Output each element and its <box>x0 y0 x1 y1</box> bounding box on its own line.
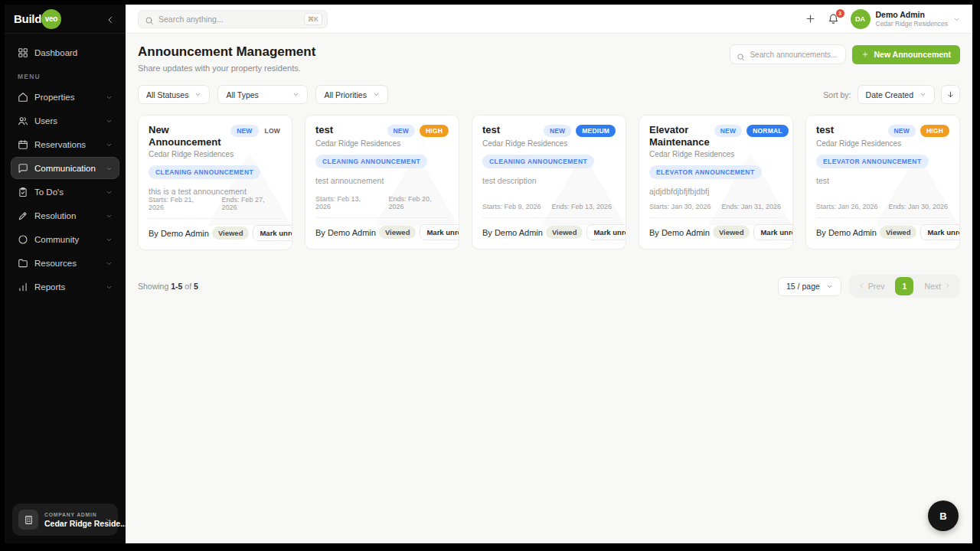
announcement-search[interactable] <box>730 44 846 64</box>
pagination-controls: 15 / page Prev 1 Next <box>778 275 960 298</box>
dashboard-icon <box>18 47 28 58</box>
viewed-badge[interactable]: Viewed <box>379 226 416 239</box>
chevron-down-icon <box>106 259 113 266</box>
viewed-badge[interactable]: Viewed <box>546 226 583 239</box>
next-page-button[interactable]: Next <box>918 282 957 291</box>
sidebar-items: PropertiesUsersReservationsCommunication… <box>11 86 119 298</box>
card-body-text: test <box>816 176 949 185</box>
announcement-search-input[interactable] <box>750 51 839 59</box>
viewed-badge[interactable]: Viewed <box>880 226 917 239</box>
pen-icon <box>18 210 28 221</box>
chevron-right-icon <box>944 282 951 291</box>
card-body-text: test annoucnement <box>315 176 449 185</box>
sidebar-collapse-icon[interactable] <box>106 14 116 24</box>
card-property: Cedar Ridge Residences <box>482 139 616 148</box>
mark-unread-button[interactable]: Mark unread <box>586 224 626 240</box>
mark-unread-button[interactable]: Mark unread <box>420 224 459 240</box>
plus-icon <box>861 51 869 58</box>
sort-controls: Sort by: Date Created <box>823 85 960 104</box>
announcement-card[interactable]: test NEW MEDIUM Cedar Ridge Residences C… <box>472 115 626 249</box>
chevron-down-icon <box>106 283 113 290</box>
status-filter-select[interactable]: All Statuses <box>138 85 210 104</box>
company-name: Cedar Ridge Reside... <box>44 519 99 528</box>
sidebar-item-communication[interactable]: Communication <box>11 157 119 179</box>
sidebar-item-dashboard[interactable]: Dashboard <box>11 41 119 64</box>
card-author: By Demo Admin <box>649 228 710 237</box>
mark-unread-button[interactable]: Mark unread <box>753 224 793 240</box>
announcement-card[interactable]: test NEW HIGH Cedar Ridge Residences ELE… <box>805 115 960 249</box>
status-badge: NEW <box>714 125 742 137</box>
card-author: By Demo Admin <box>149 229 209 238</box>
card-type-tag: ELEVATOR ANNOUNCEMENT <box>816 155 929 168</box>
user-company: Cedar Ridge Residences <box>876 20 949 28</box>
filters: All Statuses All Types All Priorities <box>138 85 388 104</box>
pager: Prev 1 Next <box>849 275 960 298</box>
sidebar-item-community[interactable]: Community <box>11 228 119 250</box>
sidebar-item-reservations[interactable]: Reservations <box>11 133 119 155</box>
chevron-left-icon <box>858 282 865 291</box>
sidebar-item-properties[interactable]: Properties <box>11 86 119 108</box>
chevron-down-icon <box>106 93 113 100</box>
current-page-button[interactable]: 1 <box>895 277 913 295</box>
sidebar-item-resolution[interactable]: Resolution <box>11 204 119 227</box>
sort-direction-button[interactable] <box>941 85 960 104</box>
sidebar-item-reports[interactable]: Reports <box>11 276 119 298</box>
status-badge: NEW <box>544 125 571 137</box>
sidebar-item-to-do-s[interactable]: To Do's <box>11 181 119 203</box>
announcement-card[interactable]: Elevator Maintenance NEW NORMAL Cedar Ri… <box>639 115 793 249</box>
add-button[interactable] <box>805 13 817 25</box>
chevron-down-icon <box>826 283 833 290</box>
sidebar-footer: COMPANY ADMIN Cedar Ridge Reside... <box>5 496 126 543</box>
priority-badge: HIGH <box>920 125 949 137</box>
card-title: test <box>315 124 383 137</box>
announcement-card[interactable]: test NEW HIGH Cedar Ridge Residences CLE… <box>305 115 459 249</box>
mark-unread-button[interactable]: Mark unread <box>920 224 960 240</box>
mark-unread-button[interactable]: Mark unread <box>253 225 292 241</box>
global-search[interactable]: ⌘K <box>138 10 328 28</box>
viewed-badge[interactable]: Viewed <box>713 226 750 239</box>
prev-page-button[interactable]: Prev <box>852 282 891 291</box>
card-ends: Ends: Feb 27, 2026 <box>222 196 283 211</box>
priority-filter-select[interactable]: All Priorities <box>315 85 387 104</box>
card-starts: Starts: Feb 21, 2026 <box>149 196 211 211</box>
viewed-badge[interactable]: Viewed <box>212 227 250 240</box>
feedback-fab-button[interactable]: B <box>928 500 959 531</box>
card-body-text: this is a test announcement <box>149 187 282 196</box>
chevron-down-icon <box>373 91 380 98</box>
announcement-cards: New Announcement NEW LOW Cedar Ridge Res… <box>138 115 960 250</box>
sidebar-item-label: Properties <box>34 93 100 102</box>
card-starts: Starts: Jan 26, 2026 <box>816 203 878 210</box>
priority-badge: NORMAL <box>746 125 789 137</box>
filter-row: All Statuses All Types All Priorities So… <box>138 85 960 104</box>
global-search-input[interactable] <box>158 15 299 24</box>
type-filter-select[interactable]: All Types <box>217 85 308 104</box>
bar-chart-icon <box>18 282 28 292</box>
chevron-down-icon <box>292 91 299 98</box>
sidebar-item-users[interactable]: Users <box>11 109 119 132</box>
card-ends: Ends: Feb 13, 2026 <box>552 203 612 210</box>
card-author: By Demo Admin <box>315 228 376 237</box>
announcement-card[interactable]: New Announcement NEW LOW Cedar Ridge Res… <box>138 115 292 250</box>
card-body-text: test description <box>482 176 616 185</box>
app-logo: Buildi veo <box>14 9 61 29</box>
home-icon <box>18 92 28 103</box>
chevron-down-icon <box>106 188 113 195</box>
sidebar-item-label: Dashboard <box>34 48 113 57</box>
sidebar-item-label: Communication <box>34 164 100 173</box>
card-property: Cedar Ridge Residences <box>149 150 282 158</box>
company-role-label: COMPANY ADMIN <box>44 512 99 517</box>
sidebar-item-label: Reports <box>34 282 100 292</box>
new-announcement-button[interactable]: New Announcement <box>852 45 960 64</box>
notifications-button[interactable]: 3 <box>828 13 840 25</box>
card-author: By Demo Admin <box>482 228 543 237</box>
user-menu[interactable]: DA Demo Admin Cedar Ridge Residences <box>851 9 961 29</box>
sort-select[interactable]: Date Created <box>858 85 935 104</box>
topbar-actions: 3 DA Demo Admin Cedar Ridge Residences <box>805 9 961 29</box>
logo-circle: veo <box>41 9 61 29</box>
company-selector[interactable]: COMPANY ADMIN Cedar Ridge Reside... <box>12 504 118 536</box>
card-starts: Starts: Feb 9, 2026 <box>482 203 541 210</box>
chevron-down-icon <box>106 141 113 148</box>
card-title: test <box>482 124 539 137</box>
sidebar-item-resources[interactable]: Resources <box>11 252 119 274</box>
page-size-select[interactable]: 15 / page <box>778 277 841 296</box>
